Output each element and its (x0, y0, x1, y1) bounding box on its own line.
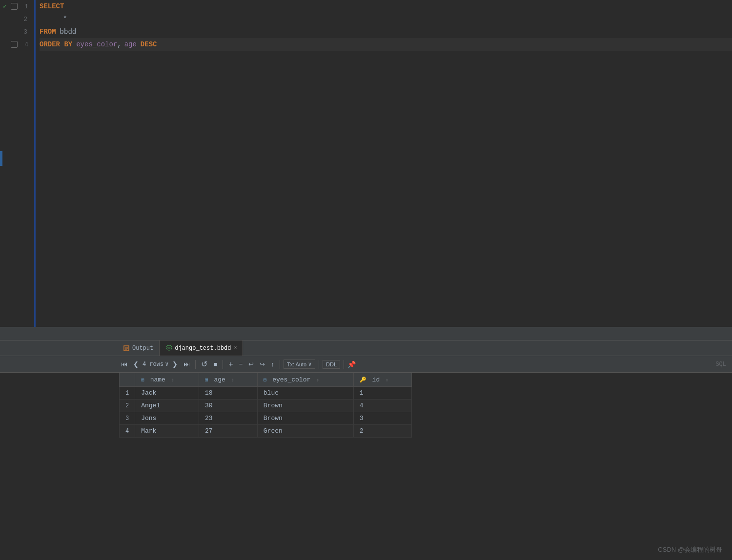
tx-label: Tx: Auto (287, 361, 306, 367)
toolbar-sep-3 (280, 360, 280, 369)
cell-name[interactable]: Jack (135, 387, 199, 400)
line-dot-1 (11, 3, 18, 10)
col-header-id[interactable]: 🔑 id ⇕ (353, 373, 411, 387)
ddl-button[interactable]: DDL (323, 360, 340, 369)
tab-db-label: django_test.bbdd (175, 345, 231, 352)
gutter-line-2: 2 (0, 13, 34, 25)
gutter-line-4: 4 (0, 38, 34, 51)
row-number: 4 (120, 425, 135, 438)
table-row[interactable]: 3Jons23Brown3 (120, 412, 412, 425)
row-number: 2 (120, 400, 135, 412)
table-header-row: ⊞ name ⇕ ⊞ age ⇕ ⊞ eyes_color ⇕ (120, 373, 412, 387)
result-tabs: Output django_test.bbdd × (0, 340, 732, 356)
comma-1: , (117, 40, 121, 48)
keyword-select: SELECT (40, 2, 64, 10)
editor-content[interactable]: SELECT * FROM bbdd ORDER BY eyes_color ,… (34, 0, 732, 327)
tab-output-label: Output (132, 345, 153, 352)
table-name-bbdd: bbdd (60, 28, 77, 36)
submit-button[interactable]: ↑ (269, 360, 276, 369)
code-line-1: SELECT (40, 0, 732, 13)
age-col-icon: ⊞ (205, 377, 208, 383)
col-header-eyes-color[interactable]: ⊞ eyes_color ⇕ (257, 373, 353, 387)
watermark: CSDN @会编程的树哥 (658, 545, 722, 554)
cell-name[interactable]: Mark (135, 425, 199, 438)
rows-count-label: 4 rows (142, 361, 163, 368)
id-sort-icon[interactable]: ⇕ (386, 378, 388, 383)
toolbar-sep-1 (195, 360, 196, 369)
line-number-1: 1 (18, 3, 32, 10)
pin-button[interactable]: 📌 (347, 360, 356, 368)
line-number-2: 2 (17, 16, 31, 23)
col-header-age[interactable]: ⊞ age ⇕ (199, 373, 258, 387)
col-eyes-color: eyes_color (76, 40, 117, 48)
name-sort-icon[interactable]: ⇕ (171, 378, 174, 383)
last-page-button[interactable]: ⏭ (182, 360, 192, 369)
add-row-button[interactable]: + (226, 359, 235, 370)
cell-id[interactable]: 4 (353, 400, 411, 412)
col-header-name[interactable]: ⊞ name ⇕ (135, 373, 199, 387)
prev-page-button[interactable]: ❮ (131, 360, 141, 369)
line-gutter: ✓ 1 2 3 4 (0, 0, 34, 327)
table-row[interactable]: 1Jack18blue1 (120, 387, 412, 400)
stop-button[interactable]: ■ (211, 360, 219, 369)
age-sort-icon[interactable]: ⇕ (231, 378, 234, 383)
results-table: ⊞ name ⇕ ⊞ age ⇕ ⊞ eyes_color ⇕ (119, 373, 412, 438)
id-col-icon: 🔑 (360, 377, 366, 383)
code-line-3: FROM bbdd (40, 25, 732, 38)
editor-area: ✓ 1 2 3 4 SELECT * F (0, 0, 732, 327)
id-col-label: id (372, 376, 380, 383)
panel-separator (0, 327, 732, 340)
tab-close-icon[interactable]: × (234, 345, 237, 351)
db-tab-icon (165, 345, 172, 352)
refresh-button[interactable]: ↺ (199, 359, 209, 370)
cell-id[interactable]: 3 (353, 412, 411, 425)
gutter-line-1: ✓ 1 (0, 0, 34, 13)
cell-age[interactable]: 23 (199, 412, 258, 425)
rows-chevron: ∨ (165, 360, 168, 368)
name-col-icon: ⊞ (141, 377, 144, 383)
row-number: 3 (120, 412, 135, 425)
cell-name[interactable]: Angel (135, 400, 199, 412)
code-line-2: * (40, 13, 732, 25)
bottom-panel: Output django_test.bbdd × ⏮ ❮ 4 rows ∨ ❯… (0, 340, 732, 560)
rows-selector[interactable]: 4 rows ∨ (142, 360, 168, 368)
remove-row-button[interactable]: − (237, 360, 245, 369)
undo-button[interactable]: ↩ (246, 360, 256, 369)
cell-eyes_color[interactable]: blue (257, 387, 353, 400)
eyes-sort-icon[interactable]: ⇕ (316, 378, 319, 383)
output-icon (123, 345, 130, 352)
cell-name[interactable]: Jons (135, 412, 199, 425)
code-line-4: ORDER BY eyes_color , age DESC (40, 38, 732, 51)
next-page-button[interactable]: ❯ (170, 360, 180, 369)
cell-age[interactable]: 27 (199, 425, 258, 438)
results-container[interactable]: ⊞ name ⇕ ⊞ age ⇕ ⊞ eyes_color ⇕ (0, 373, 732, 560)
cell-id[interactable]: 2 (353, 425, 411, 438)
svg-point-4 (166, 345, 171, 347)
line-dot-4 (11, 41, 18, 48)
asterisk-symbol: * (63, 15, 67, 23)
cell-eyes_color[interactable]: Green (257, 425, 353, 438)
tx-chevron-icon: ∨ (308, 361, 312, 367)
table-row[interactable]: 2Angel30Brown4 (120, 400, 412, 412)
keyword-desc: DESC (141, 40, 157, 48)
line-check-1: ✓ (0, 2, 10, 10)
eyes-col-icon: ⊞ (264, 377, 267, 383)
cell-age[interactable]: 30 (199, 400, 258, 412)
blue-bar (0, 151, 2, 166)
toolbar-sep-2 (223, 360, 223, 369)
tab-output[interactable]: Output (117, 340, 160, 356)
redo-button[interactable]: ↪ (258, 360, 267, 369)
cell-eyes_color[interactable]: Brown (257, 400, 353, 412)
table-row[interactable]: 4Mark27Green2 (120, 425, 412, 438)
tab-db[interactable]: django_test.bbdd × (160, 340, 243, 356)
cell-age[interactable]: 18 (199, 387, 258, 400)
cell-id[interactable]: 1 (353, 387, 411, 400)
result-toolbar: ⏮ ❮ 4 rows ∨ ❯ ⏭ ↺ ■ + − ↩ ↪ ↑ Tx: Auto … (0, 356, 732, 373)
tx-auto-button[interactable]: Tx: Auto ∨ (284, 360, 315, 369)
sql-label: SQL (715, 361, 730, 368)
first-page-button[interactable]: ⏮ (119, 360, 129, 369)
col-age: age (124, 40, 137, 48)
row-number: 1 (120, 387, 135, 400)
cell-eyes_color[interactable]: Brown (257, 412, 353, 425)
keyword-order-by: ORDER BY (40, 40, 72, 48)
